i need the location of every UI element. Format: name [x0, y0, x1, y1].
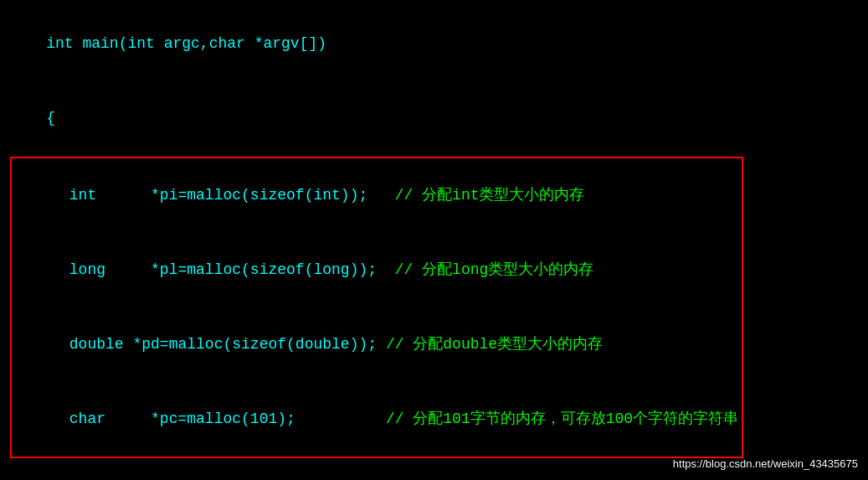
code-text: int main(int argc,char *argv[]) [46, 35, 326, 52]
comment-text: // 分配int类型大小的内存 [395, 187, 585, 204]
code-text: double *pd=malloc(sizeof(double)); [69, 336, 386, 353]
red-box-section: int *pi=malloc(sizeof(int)); // 分配int类型大… [10, 157, 743, 458]
code-text: { [46, 110, 55, 126]
comment-text: // 分配long类型大小的内存 [395, 261, 594, 278]
code-line-4: long *pl=malloc(sizeof(long)); // 分配long… [15, 233, 738, 307]
code-block: int main(int argc,char *argv[]) { int *p… [10, 7, 858, 480]
code-line-6: char *pc=malloc(101); // 分配101字节的内存，可存放1… [15, 382, 738, 457]
comment-text: // 分配101字节的内存，可存放100个字符的字符串 [386, 410, 738, 427]
code-text: int *pi=malloc(sizeof(int)); [69, 187, 395, 204]
code-line-5: double *pd=malloc(sizeof(double)); // 分配… [15, 307, 738, 382]
code-line-1: int main(int argc,char *argv[]) [10, 7, 858, 81]
comment-text: // 分配double类型大小的内存 [386, 336, 603, 353]
code-text: char *pc=malloc(101); [69, 410, 386, 427]
code-line-2: { [10, 81, 858, 156]
watermark: https://blog.csdn.net/weixin_43435675 [673, 456, 858, 473]
code-line-3: int *pi=malloc(sizeof(int)); // 分配int类型大… [15, 158, 738, 233]
code-text: long *pl=malloc(sizeof(long)); [69, 261, 395, 278]
